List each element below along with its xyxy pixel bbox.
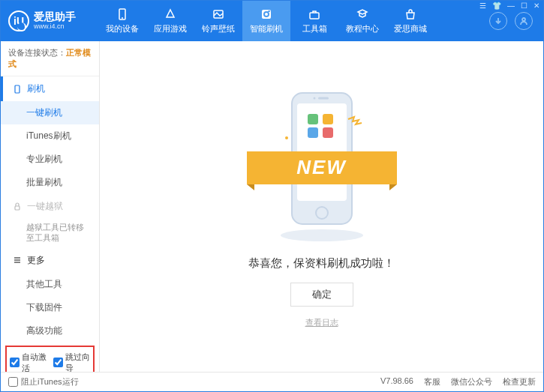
minimize-icon[interactable]: — (507, 1, 515, 10)
sub-download-firmware[interactable]: 下载固件 (1, 296, 99, 319)
sub-batch-flash[interactable]: 批量刷机 (1, 171, 99, 194)
svg-rect-7 (15, 206, 20, 210)
close-icon[interactable]: ✕ (533, 1, 539, 10)
window-controls: ☰ 👕 — ☐ ✕ (479, 1, 539, 10)
svg-point-22 (285, 136, 288, 139)
check-update-link[interactable]: 检查更新 (503, 376, 536, 388)
svg-rect-18 (308, 114, 318, 124)
auto-activate-checkbox[interactable]: 自动激活 (10, 352, 47, 372)
nav-my-device[interactable]: 我的设备 (98, 1, 146, 41)
block-itunes-checkbox[interactable]: 阻止iTunes运行 (8, 376, 79, 388)
user-button[interactable] (515, 12, 533, 30)
nav-tutorials[interactable]: 教程中心 (338, 1, 386, 41)
tutorial-icon (355, 7, 370, 21)
more-icon (12, 255, 23, 265)
svg-rect-19 (323, 114, 333, 124)
sub-advanced[interactable]: 高级功能 (1, 319, 99, 343)
skip-setup-checkbox[interactable]: 跳过向导 (53, 352, 91, 372)
success-message: 恭喜您，保资料刷机成功啦！ (248, 256, 395, 271)
view-log-link[interactable]: 查看日志 (305, 317, 338, 328)
nav-flash[interactable]: 智能刷机 (242, 1, 290, 41)
wallpaper-icon (211, 7, 226, 21)
phone-illustration: NEW (273, 85, 371, 243)
svg-rect-21 (323, 127, 333, 138)
new-banner: NEW (247, 151, 397, 184)
nav-toolbox[interactable]: 工具箱 (290, 1, 338, 41)
menu-icon[interactable]: ☰ (479, 1, 486, 10)
nav-apps[interactable]: 应用游戏 (146, 1, 194, 41)
flash-icon (259, 7, 274, 21)
svg-point-5 (522, 18, 525, 21)
phone-icon (12, 84, 23, 94)
maximize-icon[interactable]: ☐ (521, 1, 527, 10)
nav-ringtones[interactable]: 铃声壁纸 (194, 1, 242, 41)
logo: iU 爱思助手 www.i4.cn (1, 10, 98, 31)
toolbox-icon (307, 7, 322, 21)
apps-icon (163, 7, 178, 21)
section-more[interactable]: 更多 (1, 248, 99, 273)
titlebar: iU 爱思助手 www.i4.cn 我的设备 应用游戏 铃声壁纸 智能刷机 (1, 1, 543, 41)
statusbar: 阻止iTunes运行 V7.98.66 客服 微信公众号 检查更新 (1, 372, 543, 391)
svg-rect-4 (310, 13, 319, 19)
svg-point-16 (313, 97, 315, 99)
navbar: 我的设备 应用游戏 铃声壁纸 智能刷机 工具箱 教程中心 (98, 1, 434, 41)
logo-icon: iU (8, 10, 29, 31)
phone-icon (115, 7, 130, 21)
svg-rect-20 (308, 127, 318, 138)
section-jailbreak[interactable]: 一键越狱 (1, 194, 99, 219)
wechat-link[interactable]: 微信公众号 (451, 376, 492, 388)
sidebar: 设备连接状态：正常模式 刷机 一键刷机 iTunes刷机 专业刷机 批量刷机 一… (1, 41, 100, 372)
sub-pro-flash[interactable]: 专业刷机 (1, 148, 99, 171)
app-subtitle: www.i4.cn (34, 23, 76, 31)
svg-point-12 (281, 229, 363, 241)
download-button[interactable] (489, 12, 507, 30)
sub-oneclick-flash[interactable]: 一键刷机 (1, 101, 99, 124)
app-title: 爱思助手 (34, 11, 76, 22)
customer-service-link[interactable]: 客服 (424, 376, 440, 388)
connection-status: 设备连接状态：正常模式 (1, 41, 99, 76)
sub-itunes-flash[interactable]: iTunes刷机 (1, 124, 99, 148)
main-panel: NEW 恭喜您，保资料刷机成功啦！ 确定 查看日志 (100, 41, 543, 372)
jailbreak-note: 越狱工具已转移至工具箱 (1, 219, 99, 248)
nav-store[interactable]: 爱思商城 (386, 1, 434, 41)
options-highlight-box: 自动激活 跳过向导 (5, 346, 95, 372)
lock-icon (12, 202, 23, 212)
skin-icon[interactable]: 👕 (492, 1, 501, 10)
section-flash[interactable]: 刷机 (1, 76, 99, 101)
ok-button[interactable]: 确定 (290, 283, 353, 307)
svg-rect-17 (318, 97, 329, 99)
store-icon (403, 7, 418, 21)
svg-rect-6 (15, 85, 20, 93)
sub-other-tools[interactable]: 其他工具 (1, 273, 99, 296)
version-label: V7.98.66 (380, 376, 413, 388)
